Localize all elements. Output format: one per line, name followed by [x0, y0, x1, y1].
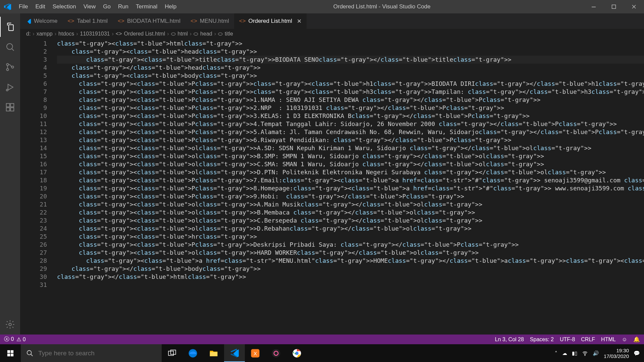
settings-gear-icon[interactable] — [0, 314, 20, 335]
action-center-icon[interactable]: 💬 — [634, 350, 640, 356]
symbol-icon: ⬭ — [218, 31, 223, 37]
menu-go[interactable]: Go — [99, 3, 114, 10]
edge-icon[interactable] — [182, 344, 203, 362]
svg-rect-16 — [11, 353, 13, 356]
explorer-icon[interactable] — [0, 17, 20, 37]
encoding-status[interactable]: UTF-8 — [560, 337, 575, 343]
code-content[interactable]: class="t-gray"><class="t-blue">htmlclass… — [57, 39, 644, 335]
tab-label: Ordered List.html — [249, 18, 292, 24]
tab-label: BIODATA HTML.html — [127, 18, 180, 24]
svg-point-5 — [11, 66, 13, 68]
volume-icon[interactable]: 🔊 — [593, 350, 599, 356]
crumb[interactable]: html — [178, 31, 188, 37]
crumb[interactable]: title — [225, 31, 233, 37]
html-file-icon: <> — [239, 18, 246, 24]
breadcrumb[interactable]: d:› xampp› htdocs› 1103191031› <> Ordere… — [20, 29, 644, 39]
svg-rect-14 — [11, 350, 13, 353]
tab-label: Welcome — [34, 18, 58, 24]
tab-orderedlist[interactable]: <> Ordered List.html ✕ — [234, 13, 307, 29]
crumb[interactable]: Ordered List.html — [124, 31, 165, 37]
file-explorer-icon[interactable] — [203, 344, 224, 362]
svg-rect-21 — [210, 352, 218, 356]
run-debug-icon[interactable] — [0, 77, 20, 97]
crumb[interactable]: 1103191031 — [80, 31, 110, 37]
svg-point-17 — [27, 350, 32, 355]
menu-edit[interactable]: Edit — [32, 3, 49, 10]
line-numbers: 1234567891011121314151617181920212223242… — [20, 39, 57, 335]
svg-rect-19 — [171, 350, 176, 354]
menu-run[interactable]: Run — [114, 3, 132, 10]
tab-welcome[interactable]: Welcome — [20, 13, 63, 29]
svg-point-28 — [585, 355, 585, 356]
feedback-icon[interactable]: ☺ — [622, 337, 627, 343]
crumb[interactable]: xampp — [37, 31, 53, 37]
cursor-position[interactable]: Ln 3, Col 28 — [495, 337, 524, 343]
svg-rect-13 — [7, 350, 10, 353]
window-title: Ordered List.html - Visual Studio Code — [180, 3, 584, 10]
maximize-button[interactable] — [604, 0, 624, 13]
xampp-icon[interactable]: X — [245, 344, 266, 362]
tab-biodata[interactable]: <> BIODATA HTML.html — [113, 13, 185, 29]
minimize-button[interactable] — [584, 0, 604, 13]
extensions-icon[interactable] — [0, 97, 20, 117]
warning-count-icon[interactable]: ⚠ 0 — [16, 336, 25, 343]
close-button[interactable] — [624, 0, 644, 13]
close-tab-icon[interactable]: ✕ — [297, 18, 302, 25]
svg-rect-0 — [592, 7, 596, 7]
menu-selection[interactable]: Selection — [49, 3, 80, 10]
menu-view[interactable]: View — [80, 3, 100, 10]
crumb[interactable]: d: — [26, 31, 31, 37]
system-tray[interactable]: ˄ ☁ ▮▯ 🔊 19:30 17/03/2020 💬 — [555, 348, 644, 359]
svg-rect-9 — [10, 108, 14, 111]
window-titlebar: File Edit Selection View Go Run Terminal… — [0, 0, 644, 13]
vscode-taskbar-icon[interactable] — [224, 344, 245, 362]
chrome-icon[interactable] — [286, 344, 307, 362]
svg-rect-18 — [168, 351, 173, 355]
taskbar-search[interactable] — [21, 344, 162, 362]
language-status[interactable]: HTML — [601, 337, 616, 343]
crumb[interactable]: htdocs — [58, 31, 74, 37]
tab-tabel1[interactable]: <> Tabel 1.html — [63, 13, 113, 29]
tab-label: Tabel 1.html — [77, 18, 108, 24]
indent-status[interactable]: Spaces: 2 — [530, 337, 554, 343]
svg-rect-7 — [6, 104, 10, 107]
html-file-icon: <> — [116, 31, 122, 37]
svg-point-6 — [6, 89, 8, 91]
task-view-icon[interactable] — [162, 344, 182, 362]
search-input[interactable] — [38, 350, 156, 357]
svg-point-11 — [9, 323, 11, 326]
search-icon[interactable] — [0, 37, 20, 57]
chevron-up-icon[interactable]: ˄ — [555, 350, 557, 356]
menu-terminal[interactable]: Terminal — [132, 3, 161, 10]
start-button[interactable] — [0, 344, 21, 362]
menu-file[interactable]: File — [15, 3, 32, 10]
html-file-icon: <> — [68, 18, 74, 24]
html-file-icon: <> — [118, 18, 124, 24]
svg-point-2 — [7, 44, 13, 50]
vscode-logo — [0, 3, 15, 10]
eol-status[interactable]: CRLF — [581, 337, 595, 343]
svg-rect-10 — [10, 104, 14, 107]
editor[interactable]: 1234567891011121314151617181920212223242… — [20, 39, 644, 335]
windows-taskbar: X ˄ ☁ ▮▯ 🔊 19:30 17/03/2020 💬 — [0, 344, 644, 362]
crumb[interactable]: head — [200, 31, 212, 37]
menu-bar: File Edit Selection View Go Run Terminal… — [15, 3, 180, 10]
svg-rect-1 — [612, 5, 616, 9]
error-count-icon[interactable]: ⓧ 0 — [4, 336, 14, 343]
tab-menu[interactable]: <> MENU.html — [185, 13, 234, 29]
svg-rect-8 — [6, 108, 10, 111]
app-icon[interactable] — [266, 344, 286, 362]
wifi-icon[interactable] — [582, 350, 588, 356]
source-control-icon[interactable] — [0, 57, 20, 77]
clock[interactable]: 19:30 17/03/2020 — [604, 348, 629, 359]
html-file-icon: <> — [191, 18, 197, 24]
onedrive-icon[interactable]: ☁ — [562, 350, 567, 356]
notifications-icon[interactable]: 🔔 — [633, 336, 640, 343]
symbol-icon: ⬭ — [171, 31, 176, 37]
vscode-small-icon — [25, 18, 31, 24]
battery-icon[interactable]: ▮▯ — [572, 350, 577, 356]
menu-help[interactable]: Help — [161, 3, 180, 10]
tab-label: MENU.html — [200, 18, 229, 24]
status-bar: ⓧ 0 ⚠ 0 Ln 3, Col 28 Spaces: 2 UTF-8 CRL… — [0, 335, 644, 344]
svg-point-24 — [272, 349, 280, 357]
